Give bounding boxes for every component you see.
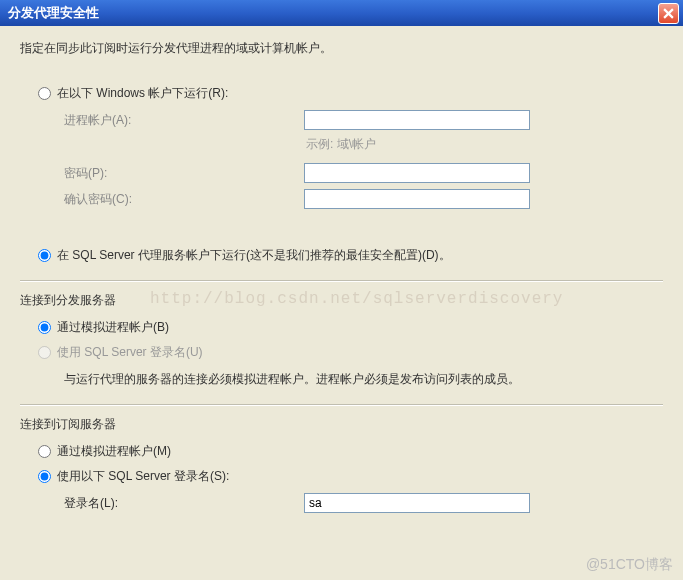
- subscriber-sqllogin-row: 使用以下 SQL Server 登录名(S):: [38, 468, 663, 485]
- close-button[interactable]: [658, 3, 679, 24]
- divider-2: [20, 404, 663, 406]
- titlebar: 分发代理安全性: [0, 0, 683, 26]
- subscriber-impersonate-row: 通过模拟进程帐户(M): [38, 443, 663, 460]
- distributor-impersonate-label[interactable]: 通过模拟进程帐户(B): [57, 319, 169, 336]
- distributor-impersonate-radio[interactable]: [38, 321, 51, 334]
- distributor-impersonate-row: 通过模拟进程帐户(B): [38, 319, 663, 336]
- close-icon: [663, 8, 674, 19]
- distributor-sqllogin-label: 使用 SQL Server 登录名(U): [57, 344, 203, 361]
- example-text: 示例: 域\帐户: [306, 136, 663, 153]
- distributor-sqllogin-radio: [38, 346, 51, 359]
- login-row: 登录名(L):: [64, 493, 663, 513]
- instruction-text: 指定在同步此订阅时运行分发代理进程的域或计算机帐户。: [20, 40, 663, 57]
- login-label: 登录名(L):: [64, 495, 304, 512]
- window-title: 分发代理安全性: [8, 4, 99, 22]
- confirm-password-input[interactable]: [304, 189, 530, 209]
- run-as-windows-row: 在以下 Windows 帐户下运行(R):: [38, 85, 663, 102]
- run-as-sqlagent-row: 在 SQL Server 代理服务帐户下运行(这不是我们推荐的最佳安全配置)(D…: [38, 247, 663, 264]
- confirm-password-row: 确认密码(C):: [64, 189, 663, 209]
- subscriber-impersonate-label[interactable]: 通过模拟进程帐户(M): [57, 443, 171, 460]
- distributor-sqllogin-row: 使用 SQL Server 登录名(U): [38, 344, 663, 361]
- password-row: 密码(P):: [64, 163, 663, 183]
- password-input[interactable]: [304, 163, 530, 183]
- run-as-sqlagent-label[interactable]: 在 SQL Server 代理服务帐户下运行(这不是我们推荐的最佳安全配置)(D…: [57, 247, 451, 264]
- corner-watermark: @51CTO博客: [586, 556, 673, 574]
- subscriber-impersonate-radio[interactable]: [38, 445, 51, 458]
- divider: [20, 280, 663, 282]
- subscriber-title: 连接到订阅服务器: [20, 416, 663, 433]
- distributor-title: 连接到分发服务器: [20, 292, 663, 309]
- dialog-content: 指定在同步此订阅时运行分发代理进程的域或计算机帐户。 在以下 Windows 帐…: [0, 26, 683, 533]
- distributor-note: 与运行代理的服务器的连接必须模拟进程帐户。进程帐户必须是发布访问列表的成员。: [64, 371, 663, 388]
- process-account-input[interactable]: [304, 110, 530, 130]
- subscriber-sqllogin-label[interactable]: 使用以下 SQL Server 登录名(S):: [57, 468, 229, 485]
- run-as-windows-label[interactable]: 在以下 Windows 帐户下运行(R):: [57, 85, 228, 102]
- run-as-sqlagent-radio[interactable]: [38, 249, 51, 262]
- process-account-label: 进程帐户(A):: [64, 112, 304, 129]
- run-as-windows-radio[interactable]: [38, 87, 51, 100]
- password-label: 密码(P):: [64, 165, 304, 182]
- login-input[interactable]: [304, 493, 530, 513]
- process-account-row: 进程帐户(A):: [64, 110, 663, 130]
- subscriber-sqllogin-radio[interactable]: [38, 470, 51, 483]
- confirm-password-label: 确认密码(C):: [64, 191, 304, 208]
